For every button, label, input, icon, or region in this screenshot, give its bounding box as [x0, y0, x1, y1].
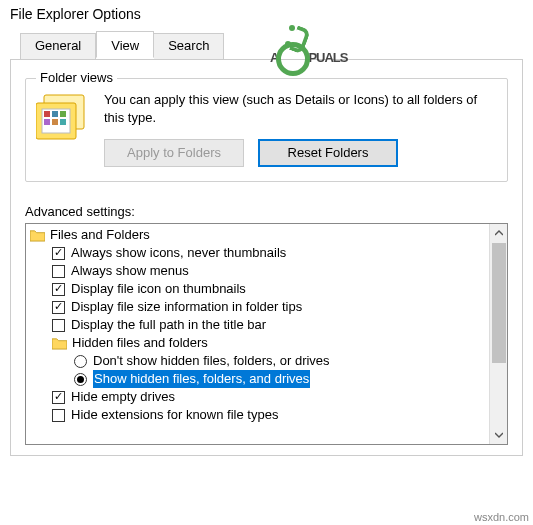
tab-strip: General View Search — [0, 33, 533, 60]
tab-general[interactable]: General — [20, 33, 96, 60]
checkbox-icon[interactable] — [52, 409, 65, 422]
opt-label: Display the full path in the title bar — [71, 316, 266, 334]
opt-label-selected: Show hidden files, folders, and drives — [93, 370, 310, 388]
scroll-up-button[interactable] — [490, 224, 507, 242]
svg-rect-8 — [60, 119, 66, 125]
apply-to-folders-button: Apply to Folders — [104, 139, 244, 167]
opt-label: Hide empty drives — [71, 388, 175, 406]
checkbox-icon[interactable] — [52, 391, 65, 404]
opt-label: Always show menus — [71, 262, 189, 280]
source-watermark: wsxdn.com — [474, 511, 529, 523]
checkbox-icon[interactable] — [52, 247, 65, 260]
folder-views-icon — [36, 91, 92, 141]
opt-hide-empty[interactable]: Hide empty drives — [28, 388, 487, 406]
tree-root-files-folders[interactable]: Files and Folders — [28, 226, 487, 244]
opt-hide-ext[interactable]: Hide extensions for known file types — [28, 406, 487, 424]
svg-rect-5 — [60, 111, 66, 117]
tree-hidden-group[interactable]: Hidden files and folders — [28, 334, 487, 352]
opt-file-size-tips[interactable]: Display file size information in folder … — [28, 298, 487, 316]
chevron-down-icon — [495, 432, 503, 438]
opt-label: Hide extensions for known file types — [71, 406, 278, 424]
chevron-up-icon — [495, 230, 503, 236]
tree-scrollbar[interactable] — [489, 224, 507, 444]
opt-label: Display file size information in folder … — [71, 298, 302, 316]
scroll-thumb[interactable] — [492, 243, 506, 363]
advanced-settings-tree: Files and Folders Always show icons, nev… — [25, 223, 508, 445]
checkbox-icon[interactable] — [52, 283, 65, 296]
opt-label: Always show icons, never thumbnails — [71, 244, 286, 262]
folder-views-description: You can apply this view (such as Details… — [104, 91, 497, 127]
checkbox-icon[interactable] — [52, 319, 65, 332]
tree-content: Files and Folders Always show icons, nev… — [26, 224, 489, 444]
svg-rect-7 — [52, 119, 58, 125]
tab-search[interactable]: Search — [154, 33, 224, 60]
svg-rect-6 — [44, 119, 50, 125]
folder-icon — [52, 337, 67, 350]
opt-full-path-title[interactable]: Display the full path in the title bar — [28, 316, 487, 334]
opt-show-hidden[interactable]: Show hidden files, folders, and drives — [28, 370, 487, 388]
svg-rect-3 — [44, 111, 50, 117]
folder-icon — [30, 229, 45, 242]
svg-rect-4 — [52, 111, 58, 117]
radio-icon[interactable] — [74, 355, 87, 368]
opt-file-icon-thumb[interactable]: Display file icon on thumbnails — [28, 280, 487, 298]
opt-dont-show-hidden[interactable]: Don't show hidden files, folders, or dri… — [28, 352, 487, 370]
checkbox-icon[interactable] — [52, 301, 65, 314]
radio-icon[interactable] — [74, 373, 87, 386]
tree-root-label: Files and Folders — [50, 226, 150, 244]
folder-views-group: Folder views You can apply this view (su… — [25, 78, 508, 182]
tree-group-label: Hidden files and folders — [72, 334, 208, 352]
reset-folders-button[interactable]: Reset Folders — [258, 139, 398, 167]
tab-view[interactable]: View — [96, 31, 154, 58]
folder-views-label: Folder views — [36, 70, 117, 85]
checkbox-icon[interactable] — [52, 265, 65, 278]
opt-label: Display file icon on thumbnails — [71, 280, 246, 298]
advanced-settings-label: Advanced settings: — [25, 204, 508, 219]
opt-always-icons[interactable]: Always show icons, never thumbnails — [28, 244, 487, 262]
scroll-down-button[interactable] — [490, 426, 507, 444]
tab-content-view: Folder views You can apply this view (su… — [10, 59, 523, 456]
window-title: File Explorer Options — [0, 0, 533, 32]
opt-always-menus[interactable]: Always show menus — [28, 262, 487, 280]
opt-label: Don't show hidden files, folders, or dri… — [93, 352, 330, 370]
